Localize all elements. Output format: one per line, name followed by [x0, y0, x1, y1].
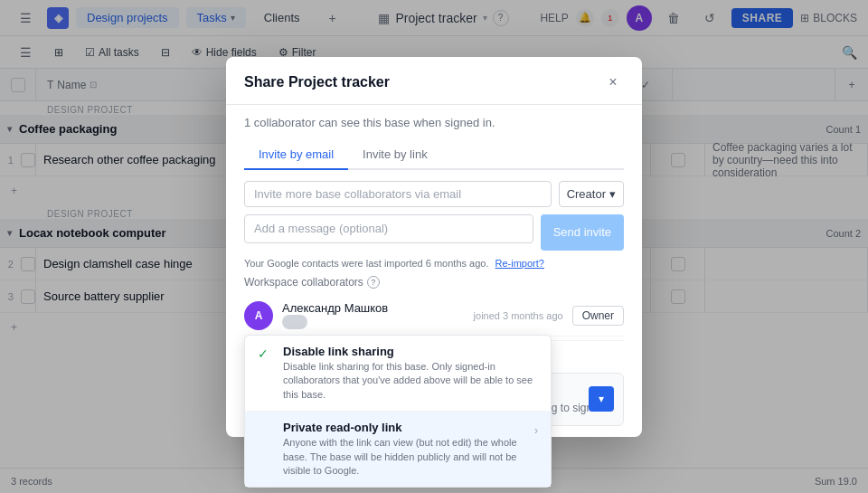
workspace-collaborators: Workspace collaborators ? А Александр Ма…	[244, 276, 624, 337]
message-send-row: Add a message (optional) Send invite	[244, 214, 624, 251]
disable-check-icon: ✓	[258, 346, 274, 362]
green-checkmark: ✓	[258, 346, 269, 361]
disable-content: Disable link sharing Disable link sharin…	[283, 345, 538, 402]
role-select[interactable]: Creator ▾	[559, 181, 624, 207]
reimport-link[interactable]: Re-import?	[495, 258, 544, 269]
collab-avatar: А	[244, 301, 273, 330]
role-label: Creator	[567, 187, 606, 201]
collab-toggle[interactable]	[282, 315, 307, 329]
private-desc: Anyone with the link can view (but not e…	[283, 436, 525, 478]
link-dropdown-button[interactable]: ▾	[589, 386, 614, 412]
private-title: Private read-only link	[283, 421, 525, 434]
collab-name: Александр Машков	[282, 301, 465, 315]
collab-row: А Александр Машков joined 3 months ago O…	[244, 296, 624, 337]
dropdown-item-private[interactable]: Private read-only link Anyone with the l…	[245, 412, 551, 487]
collab-role-badge[interactable]: Owner	[572, 306, 624, 326]
disable-desc: Disable link sharing for this base. Only…	[283, 360, 538, 402]
tab-email-label: Invite by email	[259, 147, 334, 161]
send-invite-button[interactable]: Send invite	[541, 214, 624, 251]
tab-invite-email[interactable]: Invite by email	[244, 140, 348, 170]
email-input[interactable]: Invite more base collaborators via email	[244, 181, 552, 207]
link-dropdown-menu: ✓ Disable link sharing Disable link shar…	[244, 335, 552, 488]
google-import-text: Your Google contacts were last imported …	[244, 258, 624, 269]
private-check-icon	[258, 422, 274, 438]
ws-section-label: Workspace collaborators ?	[244, 276, 624, 289]
dropdown-item-disable[interactable]: ✓ Disable link sharing Disable link shar…	[245, 336, 551, 411]
modal-overlay: Share Project tracker × 1 collaborator c…	[0, 0, 868, 493]
private-arrow: ›	[534, 424, 538, 437]
tab-link-label: Invite by link	[363, 147, 428, 161]
message-placeholder: Add a message (optional)	[254, 222, 388, 235]
disable-title: Disable link sharing	[283, 345, 538, 358]
google-text: Your Google contacts were last imported …	[244, 258, 488, 269]
tab-invite-link[interactable]: Invite by link	[348, 140, 442, 170]
role-chevron: ▾	[609, 187, 616, 201]
collab-info-block: Александр Машков	[282, 301, 465, 329]
ws-label-text: Workspace collaborators	[244, 276, 363, 289]
invite-row: Invite more base collaborators via email…	[244, 181, 624, 207]
private-content: Private read-only link Anyone with the l…	[283, 421, 525, 478]
modal-title: Share Project tracker	[244, 74, 390, 90]
modal-close-button[interactable]: ×	[602, 71, 624, 93]
collab-joined: joined 3 months ago	[474, 310, 563, 321]
collab-info: 1 collaborator can see this base when si…	[244, 116, 624, 129]
email-placeholder: Invite more base collaborators via email	[254, 187, 461, 201]
ws-help-icon[interactable]: ?	[367, 276, 380, 289]
modal-tabs: Invite by email Invite by link	[244, 140, 624, 170]
close-icon: ×	[609, 74, 617, 90]
message-input[interactable]: Add a message (optional)	[244, 214, 533, 243]
modal-header: Share Project tracker ×	[226, 57, 642, 105]
